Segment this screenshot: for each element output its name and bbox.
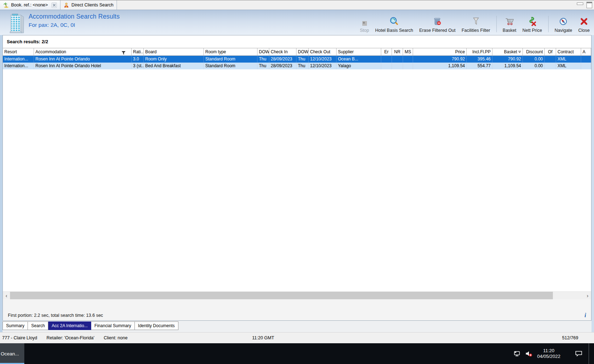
horizontal-scrollbar[interactable]: ‹ ›	[3, 291, 591, 299]
table-row[interactable]: Internation...Rosen Inn At Pointe Orland…	[3, 63, 591, 69]
table-cell[interactable]: Internation...	[3, 56, 34, 63]
table-cell[interactable]: 395.46	[467, 56, 492, 63]
table-cell[interactable]: Thu	[257, 63, 269, 69]
info-icon[interactable]: i	[585, 312, 586, 319]
table-cell[interactable]: 3.0	[132, 56, 144, 63]
table-cell[interactable]	[581, 56, 591, 63]
results-table: Internation...Rosen Inn At Pointe Orland…	[3, 56, 591, 69]
table-row[interactable]: Internation...Rosen Inn At Pointe Orland…	[3, 56, 591, 63]
column-header-supplier[interactable]: Supplier	[337, 48, 381, 55]
table-cell[interactable]: Internation...	[3, 63, 34, 69]
filter-funnel-icon[interactable]	[122, 50, 126, 55]
antivirus-icon[interactable]	[503, 351, 509, 357]
table-cell[interactable]: 28/09/2023	[269, 56, 296, 63]
tab-summary[interactable]: Summary	[3, 321, 28, 330]
table-cell[interactable]	[392, 56, 403, 63]
table-cell[interactable]: 12/10/2023	[309, 63, 337, 69]
banner: Accommodation Search Results For pax: 2A…	[0, 10, 594, 35]
table-cell[interactable]: Room Only	[144, 56, 204, 63]
volume-muted-icon[interactable]	[525, 351, 532, 357]
tab-label: Direct Clients Search	[72, 3, 113, 8]
table-cell[interactable]: Rosen Inn At Pointe Orlando Hotel	[34, 63, 132, 69]
table-cell[interactable]: Rosen Inn At Pointe Orlando	[34, 56, 132, 63]
table-cell[interactable]	[381, 56, 392, 63]
column-header-basket[interactable]: Basket	[492, 48, 523, 55]
tab-close-icon[interactable]	[51, 3, 57, 8]
column-header-dow[interactable]: DOW	[257, 48, 269, 55]
column-header-accommodation[interactable]: Accommodation	[34, 48, 132, 55]
column-header-nr[interactable]: NR	[392, 48, 403, 55]
table-cell[interactable]	[403, 56, 413, 63]
network-icon[interactable]	[514, 350, 521, 357]
minimize-button[interactable]	[575, 0, 585, 10]
table-cell[interactable]: Standard Room	[204, 56, 257, 63]
column-header-rati[interactable]: Rati...	[132, 48, 144, 55]
scroll-left-button[interactable]: ‹	[3, 292, 10, 299]
column-header-contract[interactable]: Contract	[556, 48, 581, 55]
table-cell[interactable]: XML	[556, 63, 581, 69]
table-cell[interactable]: Thu	[296, 63, 309, 69]
table-cell[interactable]	[403, 63, 413, 69]
table-cell[interactable]	[381, 63, 392, 69]
table-cell[interactable]: Bed And Breakfast	[144, 63, 204, 69]
taskbar-clock[interactable]: 11:20 04/05/2022	[537, 348, 560, 360]
tab-identity-documents[interactable]: Identity Documents	[135, 321, 178, 330]
nett-price-button[interactable]: Nett Price	[522, 17, 542, 34]
tray-date: 04/05/2022	[537, 354, 560, 359]
table-cell[interactable]: 28/09/2023	[269, 63, 296, 69]
table-cell[interactable]: Ocean B...	[337, 56, 381, 63]
notification-center-icon[interactable]	[575, 350, 583, 357]
table-cell[interactable]: XML	[556, 56, 581, 63]
show-desktop-divider[interactable]	[589, 343, 589, 364]
table-cell[interactable]: 1,109.54	[413, 63, 467, 69]
table-cell[interactable]: 0.00	[523, 63, 545, 69]
column-header-check-out[interactable]: Check Out	[309, 48, 337, 55]
table-empty-area	[3, 69, 591, 291]
column-header-er[interactable]: Er	[381, 48, 392, 55]
tab-search[interactable]: Search	[28, 321, 48, 330]
table-cell[interactable]: 3 (st...	[132, 63, 144, 69]
column-header-discount[interactable]: Discount	[523, 48, 545, 55]
table-cell[interactable]: Standard Room	[204, 63, 257, 69]
column-header-room-type[interactable]: Room type	[204, 48, 257, 55]
taskbar-app-button[interactable]: Ocean...	[0, 343, 24, 364]
table-cell[interactable]: 0.00	[523, 56, 545, 63]
column-header-incl-fl-pp[interactable]: Incl.Fl.PP	[467, 48, 492, 55]
table-cell[interactable]	[392, 63, 403, 69]
facilities-filter-button[interactable]: Facilities Filter	[462, 17, 490, 34]
tab-direct-clients-search[interactable]: Direct Clients Search	[60, 0, 117, 10]
navigate-button[interactable]: Navigate	[555, 17, 572, 34]
hotel-basis-search-button[interactable]: Hotel Basis Search	[375, 17, 413, 34]
table-cell[interactable]	[545, 63, 556, 69]
status-client: Client: none	[104, 335, 128, 340]
table-cell[interactable]: Yalago	[337, 63, 381, 69]
scrollbar-thumb[interactable]	[10, 292, 553, 299]
column-header-a[interactable]: A	[581, 48, 591, 55]
column-header-dow[interactable]: DOW	[296, 48, 309, 55]
facilities-filter-icon	[472, 17, 480, 27]
column-header-ms[interactable]: MS	[403, 48, 413, 55]
tab-acc-2a-international[interactable]: Acc 2A Internatio...	[48, 321, 91, 330]
table-cell[interactable]: 554.77	[467, 63, 492, 69]
column-header-check-in[interactable]: Check In	[269, 48, 296, 55]
close-button[interactable]: Close	[578, 17, 590, 34]
tab-financial-summary[interactable]: Financial Summary	[91, 321, 135, 330]
table-cell[interactable]: Thu	[257, 56, 269, 63]
maximize-button[interactable]	[585, 0, 594, 10]
erase-filtered-out-button[interactable]: Erase Filtered Out	[419, 17, 455, 34]
column-header-of[interactable]: Of	[545, 48, 556, 55]
table-cell[interactable]: 790.92	[413, 56, 467, 63]
tab-book-ref[interactable]: Book. ref.: <none>	[0, 0, 60, 10]
basket-button[interactable]: Basket	[503, 17, 516, 34]
table-cell[interactable]: 12/10/2023	[309, 56, 337, 63]
scroll-right-button[interactable]: ›	[584, 292, 591, 299]
table-cell[interactable]: Thu	[296, 56, 309, 63]
table-cell[interactable]: 1,109.54	[492, 63, 523, 69]
scrollbar-track[interactable]	[10, 292, 584, 299]
table-cell[interactable]: 790.92	[492, 56, 523, 63]
table-cell[interactable]	[545, 56, 556, 63]
column-header-board[interactable]: Board	[144, 48, 204, 55]
column-header-price[interactable]: Price	[413, 48, 467, 55]
column-header-resort[interactable]: Resort	[3, 48, 34, 55]
table-cell[interactable]	[581, 63, 591, 69]
